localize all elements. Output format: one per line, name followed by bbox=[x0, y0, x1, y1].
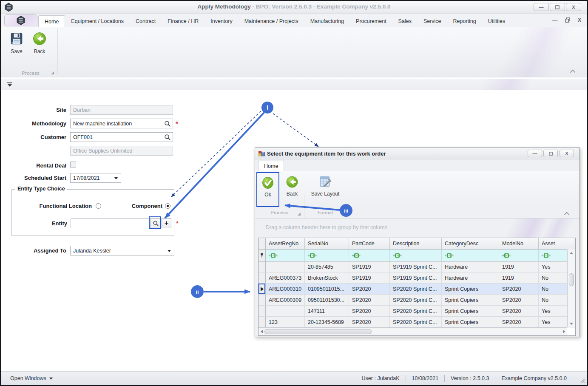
grid-cell[interactable]: SP2020 Sprint C... bbox=[390, 295, 442, 306]
column-header-categorydesc[interactable]: CategoryDesc bbox=[442, 238, 499, 250]
grid-cell[interactable] bbox=[266, 261, 305, 272]
entity-field[interactable] bbox=[71, 219, 149, 228]
tab-reporting[interactable]: Reporting bbox=[447, 15, 482, 27]
tab-utilities[interactable]: Utilities bbox=[482, 15, 511, 27]
column-header-serialno[interactable]: SerialNo bbox=[305, 238, 349, 250]
grid-cell[interactable]: SP2020 bbox=[499, 317, 539, 328]
grid-cell[interactable]: 1919 bbox=[499, 261, 539, 272]
table-row[interactable]: 20-857485SP1919SP1919 Sprint C...Hardwar… bbox=[258, 261, 575, 272]
ok-button[interactable]: Ok bbox=[256, 172, 279, 207]
back-button[interactable]: Back bbox=[29, 29, 50, 65]
column-header-modelno[interactable]: ModelNo bbox=[499, 238, 539, 250]
grid-cell[interactable]: 1919 bbox=[499, 272, 539, 284]
vertical-scrollbar[interactable] bbox=[567, 250, 575, 327]
grid-cell[interactable]: Sprint Copiers bbox=[442, 284, 499, 295]
filter-cell-serialno[interactable]: aBc bbox=[305, 250, 349, 261]
grid-cell[interactable]: Yes bbox=[539, 317, 567, 328]
grid-cell[interactable]: AREG000373 bbox=[266, 272, 305, 284]
mdi-close-icon[interactable]: X bbox=[578, 17, 581, 23]
customer-field[interactable]: OFF001 bbox=[70, 132, 173, 142]
save-layout-button[interactable]: Save Layout bbox=[306, 172, 345, 207]
grid-cell[interactable]: SP1919 bbox=[349, 261, 390, 272]
dropdown-arrow-icon[interactable] bbox=[114, 177, 118, 179]
group-by-panel[interactable]: Drag a column header here to group by th… bbox=[255, 219, 579, 238]
grid-cell[interactable]: No bbox=[539, 272, 567, 284]
horizontal-scrollbar[interactable] bbox=[258, 327, 567, 335]
grid-cell[interactable]: Yes bbox=[539, 261, 567, 272]
mdi-minimize-icon[interactable]: — bbox=[552, 17, 557, 23]
grid-cell[interactable]: SP2020 bbox=[349, 317, 390, 328]
dropdown-arrow-icon[interactable] bbox=[168, 250, 171, 252]
tab-equipment-locations[interactable]: Equipment / Locations bbox=[65, 15, 130, 27]
grid-cell[interactable]: 123 bbox=[266, 317, 305, 328]
filter-cell-modelno[interactable]: aBc bbox=[499, 250, 539, 261]
collapse-pin-icon[interactable] bbox=[7, 82, 12, 87]
save-button[interactable]: Save bbox=[6, 29, 27, 65]
scroll-down-icon[interactable] bbox=[570, 323, 573, 325]
scroll-up-icon[interactable] bbox=[570, 252, 573, 254]
mdi-restore-icon[interactable] bbox=[565, 17, 570, 23]
dialog-tab-home[interactable]: Home bbox=[258, 161, 284, 171]
grid-cell[interactable]: SP2020 Sprint C... bbox=[390, 306, 442, 317]
tab-finance-hr[interactable]: Finance / HR bbox=[162, 15, 205, 27]
filter-cell-assetregno[interactable]: aBc bbox=[266, 250, 305, 261]
filter-cell-categorydesc[interactable]: aBc bbox=[442, 250, 499, 261]
tab-sales[interactable]: Sales bbox=[392, 15, 418, 27]
filter-cell-description[interactable]: aBc bbox=[390, 250, 442, 261]
tab-contract[interactable]: Contract bbox=[130, 15, 162, 27]
scroll-right-icon[interactable] bbox=[563, 330, 565, 333]
grid-cell[interactable]: No bbox=[539, 284, 567, 295]
grid-cell[interactable]: SP2020 bbox=[499, 284, 539, 295]
grid-cell[interactable]: 09501101530... bbox=[305, 295, 349, 306]
grid-cell[interactable]: Hardware bbox=[442, 272, 499, 284]
scheduled-start-field[interactable]: 17/08/2021 bbox=[70, 173, 121, 183]
grid-cell[interactable]: SP2020 Sprint C... bbox=[390, 284, 442, 295]
grid-cell[interactable]: AREG000309 bbox=[266, 295, 305, 306]
tab-inventory[interactable]: Inventory bbox=[205, 15, 238, 27]
vertical-scroll-thumb[interactable] bbox=[569, 273, 574, 286]
column-header-partcode[interactable]: PartCode bbox=[349, 238, 390, 250]
minimize-button[interactable]: — bbox=[534, 3, 549, 11]
grid-cell[interactable]: No bbox=[539, 295, 567, 306]
filter-cell-asset[interactable]: aBc bbox=[539, 250, 567, 261]
horizontal-scroll-thumb[interactable] bbox=[264, 329, 372, 334]
dialog-maximize-button[interactable] bbox=[543, 150, 558, 157]
grid-cell[interactable]: AREG000310 bbox=[266, 284, 305, 295]
open-windows-dropdown[interactable]: Open Windows bbox=[10, 375, 53, 381]
table-row[interactable]: AREG00030909501101530...SP2020SP2020 Spr… bbox=[258, 295, 575, 306]
dialog-minimize-button[interactable]: — bbox=[528, 150, 542, 157]
entity-add-button[interactable]: + bbox=[162, 218, 171, 228]
resize-grip-icon[interactable] bbox=[580, 378, 585, 383]
assigned-to-field[interactable]: Julanda Kessler bbox=[70, 246, 174, 255]
dialog-back-button[interactable]: Back bbox=[281, 172, 303, 207]
dialog-ribbon-collapse-icon[interactable] bbox=[563, 211, 570, 216]
column-header-assetregno[interactable]: AssetRegNo bbox=[266, 238, 305, 250]
search-icon[interactable] bbox=[164, 120, 171, 127]
grid-cell[interactable]: 01095011015... bbox=[305, 284, 349, 295]
grid-cell[interactable]: 20-857485 bbox=[305, 261, 349, 272]
table-row[interactable]: AREG00031001095011015...SP2020SP2020 Spr… bbox=[258, 284, 575, 295]
group-expand-icon[interactable] bbox=[298, 213, 301, 216]
grid-cell[interactable]: SP2020 bbox=[499, 306, 539, 317]
filter-pin-icon[interactable] bbox=[258, 250, 266, 261]
tab-manufacturing[interactable]: Manufacturing bbox=[304, 15, 350, 27]
grid-cell[interactable]: SP2020 bbox=[349, 306, 390, 317]
group-expand-icon[interactable] bbox=[51, 71, 54, 74]
ribbon-collapse-icon[interactable] bbox=[569, 68, 576, 74]
table-row[interactable]: 12320-12345-5689SP2020SP2020 Sprint C...… bbox=[258, 317, 575, 328]
grid-cell[interactable] bbox=[266, 306, 305, 317]
close-button[interactable]: X bbox=[566, 3, 581, 11]
methodology-field[interactable]: New machine installation bbox=[70, 119, 173, 128]
grid-cell[interactable]: 20-12345-5689 bbox=[305, 317, 349, 328]
grid-cell[interactable]: SP2020 bbox=[349, 295, 390, 306]
scroll-left-icon[interactable] bbox=[261, 330, 263, 333]
functional-location-radio[interactable] bbox=[96, 203, 101, 209]
grid-cell[interactable]: SP1919 bbox=[349, 272, 390, 284]
grid-cell[interactable]: BrokenStock bbox=[305, 272, 349, 284]
column-header-asset[interactable]: Asset bbox=[539, 238, 567, 250]
grid-cell[interactable]: Sprint Copiers bbox=[442, 295, 499, 306]
component-radio[interactable] bbox=[165, 203, 170, 209]
grid-cell[interactable]: SP2020 bbox=[349, 284, 390, 295]
filter-cell-partcode[interactable]: aBc bbox=[349, 250, 390, 261]
tab-home[interactable]: Home bbox=[38, 15, 65, 27]
